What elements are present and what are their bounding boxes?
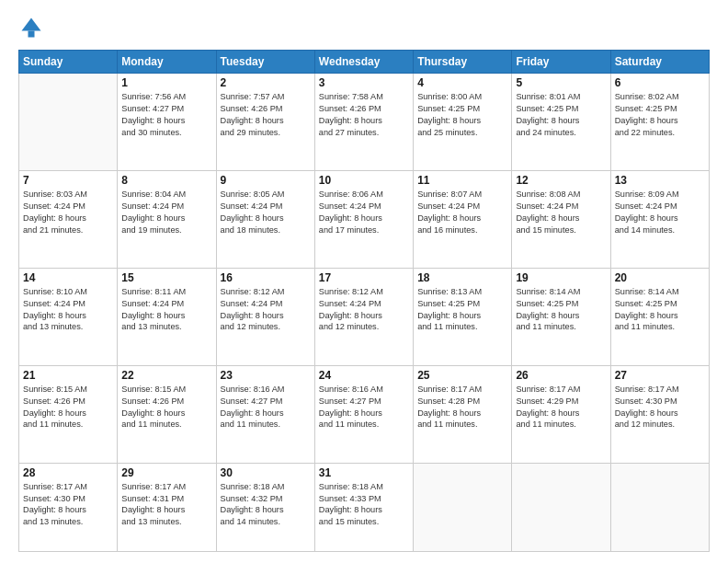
day-number: 21: [23, 369, 113, 382]
day-number: 24: [319, 369, 409, 382]
day-number: 17: [319, 271, 409, 284]
day-number: 26: [516, 369, 606, 382]
calendar-cell: 28Sunrise: 8:17 AM Sunset: 4:30 PM Dayli…: [19, 463, 118, 551]
day-info: Sunrise: 8:10 AM Sunset: 4:24 PM Dayligh…: [23, 286, 113, 334]
logo-icon: [18, 15, 44, 40]
calendar-cell: 27Sunrise: 8:17 AM Sunset: 4:30 PM Dayli…: [610, 365, 709, 463]
day-info: Sunrise: 8:05 AM Sunset: 4:24 PM Dayligh…: [221, 189, 311, 236]
calendar-cell: 22Sunrise: 8:15 AM Sunset: 4:26 PM Dayli…: [118, 365, 216, 463]
day-number: 11: [417, 174, 507, 187]
day-info: Sunrise: 8:17 AM Sunset: 4:31 PM Dayligh…: [121, 481, 211, 529]
calendar-cell: 7Sunrise: 8:03 AM Sunset: 4:24 PM Daylig…: [19, 170, 118, 268]
page: SundayMondayTuesdayWednesdayThursdayFrid…: [0, 0, 728, 563]
calendar-cell: 24Sunrise: 8:16 AM Sunset: 4:27 PM Dayli…: [314, 365, 413, 463]
day-info: Sunrise: 8:17 AM Sunset: 4:30 PM Dayligh…: [23, 481, 113, 529]
calendar-cell: [610, 463, 709, 551]
day-info: Sunrise: 8:03 AM Sunset: 4:24 PM Dayligh…: [23, 189, 113, 236]
calendar-cell: 13Sunrise: 8:09 AM Sunset: 4:24 PM Dayli…: [610, 170, 709, 268]
day-info: Sunrise: 8:06 AM Sunset: 4:24 PM Dayligh…: [319, 189, 409, 236]
day-info: Sunrise: 8:18 AM Sunset: 4:33 PM Dayligh…: [319, 481, 409, 529]
weekday-header-saturday: Saturday: [610, 51, 709, 74]
day-info: Sunrise: 7:56 AM Sunset: 4:27 PM Dayligh…: [121, 91, 211, 139]
calendar-week-3: 14Sunrise: 8:10 AM Sunset: 4:24 PM Dayli…: [19, 268, 710, 365]
day-number: 28: [23, 466, 113, 479]
day-number: 4: [417, 76, 507, 89]
calendar-cell: 9Sunrise: 8:05 AM Sunset: 4:24 PM Daylig…: [216, 170, 314, 268]
day-number: 8: [121, 174, 211, 187]
calendar-cell: 10Sunrise: 8:06 AM Sunset: 4:24 PM Dayli…: [314, 170, 413, 268]
day-info: Sunrise: 8:14 AM Sunset: 4:25 PM Dayligh…: [516, 286, 606, 334]
header: [18, 15, 710, 40]
day-info: Sunrise: 8:09 AM Sunset: 4:24 PM Dayligh…: [615, 189, 705, 236]
day-number: 10: [319, 174, 409, 187]
calendar-cell: [414, 463, 512, 551]
day-number: 2: [221, 76, 311, 89]
day-number: 9: [221, 174, 311, 187]
calendar-cell: 8Sunrise: 8:04 AM Sunset: 4:24 PM Daylig…: [118, 170, 216, 268]
day-number: 15: [121, 271, 211, 284]
day-info: Sunrise: 8:14 AM Sunset: 4:25 PM Dayligh…: [615, 286, 705, 334]
day-info: Sunrise: 8:15 AM Sunset: 4:26 PM Dayligh…: [23, 384, 113, 431]
calendar-cell: 23Sunrise: 8:16 AM Sunset: 4:27 PM Dayli…: [216, 365, 314, 463]
weekday-header-friday: Friday: [512, 51, 610, 74]
day-info: Sunrise: 8:12 AM Sunset: 4:24 PM Dayligh…: [221, 286, 311, 334]
calendar-week-2: 7Sunrise: 8:03 AM Sunset: 4:24 PM Daylig…: [19, 170, 710, 268]
calendar-cell: 17Sunrise: 8:12 AM Sunset: 4:24 PM Dayli…: [314, 268, 413, 365]
day-number: 7: [23, 174, 113, 187]
day-number: 27: [615, 369, 705, 382]
calendar-cell: 30Sunrise: 8:18 AM Sunset: 4:32 PM Dayli…: [216, 463, 314, 551]
day-info: Sunrise: 7:58 AM Sunset: 4:26 PM Dayligh…: [319, 91, 409, 139]
calendar-cell: 19Sunrise: 8:14 AM Sunset: 4:25 PM Dayli…: [512, 268, 610, 365]
day-info: Sunrise: 8:04 AM Sunset: 4:24 PM Dayligh…: [121, 189, 211, 236]
calendar-week-5: 28Sunrise: 8:17 AM Sunset: 4:30 PM Dayli…: [19, 463, 710, 551]
calendar-cell: [19, 74, 118, 171]
calendar-cell: 15Sunrise: 8:11 AM Sunset: 4:24 PM Dayli…: [118, 268, 216, 365]
svg-marker-0: [22, 18, 41, 31]
day-number: 5: [516, 76, 606, 89]
day-number: 12: [516, 174, 606, 187]
weekday-header-row: SundayMondayTuesdayWednesdayThursdayFrid…: [19, 51, 710, 74]
calendar-cell: 18Sunrise: 8:13 AM Sunset: 4:25 PM Dayli…: [414, 268, 512, 365]
calendar-cell: 2Sunrise: 7:57 AM Sunset: 4:26 PM Daylig…: [216, 74, 314, 171]
calendar-cell: 16Sunrise: 8:12 AM Sunset: 4:24 PM Dayli…: [216, 268, 314, 365]
day-info: Sunrise: 8:16 AM Sunset: 4:27 PM Dayligh…: [221, 384, 311, 431]
calendar-cell: 11Sunrise: 8:07 AM Sunset: 4:24 PM Dayli…: [414, 170, 512, 268]
day-info: Sunrise: 8:12 AM Sunset: 4:24 PM Dayligh…: [319, 286, 409, 334]
day-number: 13: [615, 174, 705, 187]
calendar-cell: [512, 463, 610, 551]
day-number: 25: [417, 369, 507, 382]
calendar-cell: 31Sunrise: 8:18 AM Sunset: 4:33 PM Dayli…: [314, 463, 413, 551]
day-info: Sunrise: 7:57 AM Sunset: 4:26 PM Dayligh…: [221, 91, 311, 139]
calendar-table: SundayMondayTuesdayWednesdayThursdayFrid…: [18, 50, 710, 552]
day-info: Sunrise: 8:17 AM Sunset: 4:28 PM Dayligh…: [417, 384, 507, 431]
day-info: Sunrise: 8:02 AM Sunset: 4:25 PM Dayligh…: [615, 91, 705, 139]
calendar-cell: 6Sunrise: 8:02 AM Sunset: 4:25 PM Daylig…: [610, 74, 709, 171]
calendar-cell: 1Sunrise: 7:56 AM Sunset: 4:27 PM Daylig…: [118, 74, 216, 171]
calendar-week-4: 21Sunrise: 8:15 AM Sunset: 4:26 PM Dayli…: [19, 365, 710, 463]
calendar-cell: 21Sunrise: 8:15 AM Sunset: 4:26 PM Dayli…: [19, 365, 118, 463]
day-info: Sunrise: 8:17 AM Sunset: 4:29 PM Dayligh…: [516, 384, 606, 431]
calendar-cell: 20Sunrise: 8:14 AM Sunset: 4:25 PM Dayli…: [610, 268, 709, 365]
weekday-header-monday: Monday: [118, 51, 216, 74]
day-number: 30: [221, 466, 311, 479]
logo: [18, 15, 48, 40]
day-info: Sunrise: 8:07 AM Sunset: 4:24 PM Dayligh…: [417, 189, 507, 236]
day-info: Sunrise: 8:16 AM Sunset: 4:27 PM Dayligh…: [319, 384, 409, 431]
calendar-cell: 14Sunrise: 8:10 AM Sunset: 4:24 PM Dayli…: [19, 268, 118, 365]
day-number: 6: [615, 76, 705, 89]
day-info: Sunrise: 8:00 AM Sunset: 4:25 PM Dayligh…: [417, 91, 507, 139]
weekday-header-wednesday: Wednesday: [314, 51, 413, 74]
day-info: Sunrise: 8:08 AM Sunset: 4:24 PM Dayligh…: [516, 189, 606, 236]
day-number: 23: [221, 369, 311, 382]
calendar-week-1: 1Sunrise: 7:56 AM Sunset: 4:27 PM Daylig…: [19, 74, 710, 171]
day-number: 29: [121, 466, 211, 479]
day-number: 14: [23, 271, 113, 284]
calendar-cell: 3Sunrise: 7:58 AM Sunset: 4:26 PM Daylig…: [314, 74, 413, 171]
day-info: Sunrise: 8:17 AM Sunset: 4:30 PM Dayligh…: [615, 384, 705, 431]
weekday-header-tuesday: Tuesday: [216, 51, 314, 74]
day-info: Sunrise: 8:13 AM Sunset: 4:25 PM Dayligh…: [417, 286, 507, 334]
day-number: 19: [516, 271, 606, 284]
day-number: 3: [319, 76, 409, 89]
day-number: 22: [121, 369, 211, 382]
day-info: Sunrise: 8:01 AM Sunset: 4:25 PM Dayligh…: [516, 91, 606, 139]
